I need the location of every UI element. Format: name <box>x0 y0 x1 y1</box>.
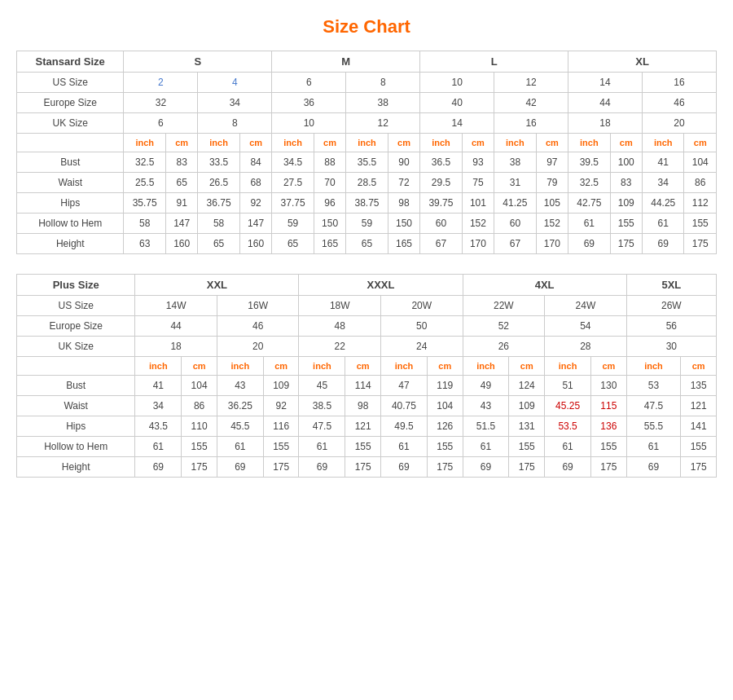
cell-value: 47.5 <box>626 396 681 416</box>
cell-value: 35.75 <box>124 193 165 214</box>
cell-value: 100 <box>610 152 642 173</box>
plus-uk-label: UK Size <box>17 337 135 357</box>
cell-value: 155 <box>345 437 381 457</box>
cell-value: 155 <box>591 437 627 457</box>
cell-value: 175 <box>182 457 217 478</box>
cell-value: 37.75 <box>272 193 314 214</box>
cell-value: 175 <box>345 457 381 478</box>
cell-value: 124 <box>509 376 545 396</box>
cell-value: 35.5 <box>346 152 388 173</box>
cell-value: 69 <box>626 457 681 478</box>
us-size-6: 6 <box>272 73 346 93</box>
plus-unit-cm-4: cm <box>427 357 463 376</box>
cell-value: 92 <box>263 396 299 416</box>
plus-size-label: Plus Size <box>17 275 135 296</box>
eu-42: 42 <box>494 93 568 113</box>
cell-value: 25.5 <box>124 173 165 193</box>
eu-34: 34 <box>198 93 272 113</box>
cell-value: 150 <box>388 214 419 234</box>
uk-20: 20 <box>643 113 717 134</box>
plus-uk-26: 26 <box>463 337 545 357</box>
cell-value: 41.25 <box>494 193 536 214</box>
unit-cm-7: cm <box>610 134 642 152</box>
plus-eu-54: 54 <box>545 316 627 337</box>
cell-value: 34.5 <box>272 152 314 173</box>
unit-cm-2: cm <box>239 134 271 152</box>
unit-inch-7: inch <box>568 134 610 152</box>
plus-eu-56: 56 <box>626 316 716 337</box>
cell-value: 152 <box>536 214 568 234</box>
cell-value: 165 <box>314 234 345 254</box>
cell-value: 83 <box>165 152 197 173</box>
eu-32: 32 <box>124 93 198 113</box>
cell-value: 43 <box>217 376 263 396</box>
eu-40: 40 <box>420 93 494 113</box>
cell-value: 160 <box>239 234 271 254</box>
unit-spacer <box>17 134 124 152</box>
page-title: Size Chart <box>16 16 717 37</box>
cell-value: 115 <box>591 396 627 416</box>
plus-europe-label: Europe Size <box>17 316 135 337</box>
cell-value: 27.5 <box>272 173 314 193</box>
cell-value: 109 <box>263 376 299 396</box>
plus-us-16w: 16W <box>217 296 299 316</box>
plus-unit-cm-3: cm <box>345 357 381 376</box>
plus-uk-30: 30 <box>626 337 716 357</box>
table-row: Height6917569175691756917569175691756917… <box>17 457 717 478</box>
table-row: Waist25.56526.56827.57028.57229.57531793… <box>17 173 717 193</box>
cell-value: 91 <box>165 193 197 214</box>
cell-value: 33.5 <box>198 152 239 173</box>
cell-value: 58 <box>198 214 239 234</box>
table-row: Hips35.759136.759237.759638.759839.75101… <box>17 193 717 214</box>
cell-value: 98 <box>388 193 419 214</box>
cell-value: 150 <box>314 214 345 234</box>
plus-us-22w: 22W <box>463 296 545 316</box>
eu-44: 44 <box>568 93 643 113</box>
row-label: Hips <box>17 193 124 214</box>
uk-12: 12 <box>346 113 420 134</box>
cell-value: 41 <box>643 152 684 173</box>
l-group: L <box>420 51 568 73</box>
us-size-4: 4 <box>198 73 272 93</box>
cell-value: 38.5 <box>299 396 345 416</box>
cell-value: 69 <box>568 234 610 254</box>
standard-size-table: Stansard Size S M L XL US Size 2 4 6 8 1… <box>16 51 717 254</box>
cell-value: 160 <box>165 234 197 254</box>
cell-value: 75 <box>462 173 494 193</box>
cell-value: 155 <box>509 437 545 457</box>
plus-uk-18: 18 <box>135 337 217 357</box>
cell-value: 119 <box>427 376 463 396</box>
cell-value: 155 <box>610 214 642 234</box>
cell-value: 69 <box>381 457 428 478</box>
cell-value: 104 <box>427 396 463 416</box>
5xl-group: 5XL <box>626 275 716 296</box>
cell-value: 155 <box>681 437 717 457</box>
cell-value: 105 <box>536 193 568 214</box>
xxl-group: XXL <box>135 275 299 296</box>
cell-value: 61 <box>545 437 591 457</box>
plus-uk-22: 22 <box>299 337 381 357</box>
cell-value: 136 <box>591 416 627 437</box>
cell-value: 41 <box>135 376 182 396</box>
cell-value: 79 <box>536 173 568 193</box>
us-size-10: 10 <box>420 73 494 93</box>
europe-size-label: Europe Size <box>17 93 124 113</box>
eu-38: 38 <box>346 93 420 113</box>
cell-value: 38.75 <box>346 193 388 214</box>
cell-value: 38 <box>494 152 536 173</box>
cell-value: 26.5 <box>198 173 239 193</box>
cell-value: 90 <box>388 152 419 173</box>
cell-value: 55.5 <box>626 416 681 437</box>
uk-16: 16 <box>494 113 568 134</box>
cell-value: 65 <box>346 234 388 254</box>
uk-14: 14 <box>420 113 494 134</box>
plus-unit-cm-5: cm <box>509 357 545 376</box>
us-size-8: 8 <box>346 73 420 93</box>
plus-size-section: Plus Size XXL XXXL 4XL 5XL US Size 14W 1… <box>16 274 717 478</box>
plus-unit-cm-1: cm <box>182 357 217 376</box>
cell-value: 61 <box>626 437 681 457</box>
cell-value: 109 <box>509 396 545 416</box>
cell-value: 121 <box>681 396 717 416</box>
cell-value: 69 <box>463 457 509 478</box>
plus-us-size-label: US Size <box>17 296 135 316</box>
